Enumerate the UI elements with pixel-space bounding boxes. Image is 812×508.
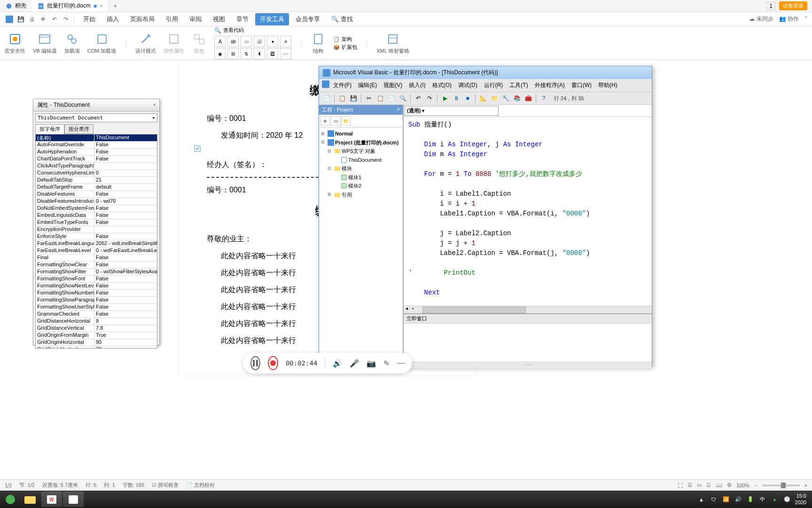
tool-expansion[interactable]: 扩展包 (342, 44, 357, 51)
tray-volume-icon[interactable]: 🔊 (734, 495, 742, 504)
control-image[interactable]: 🖼 (267, 48, 278, 59)
menu-developer[interactable]: 开发工具 (255, 13, 289, 25)
control-more[interactable]: ⋯ (280, 48, 291, 59)
vbe-hscrollbar[interactable]: ◄ ▪ (404, 306, 652, 313)
menu-insert[interactable]: 插入 (102, 13, 124, 25)
tool-design-mode[interactable]: 设计模式 (135, 32, 156, 55)
property-row[interactable]: FarEastLineBreakLanguage2052 - wdLineBre… (36, 240, 157, 247)
tray-wechat-icon[interactable]: ● (771, 495, 779, 504)
vbe-view-code-icon[interactable]: ≡ (320, 116, 330, 126)
property-row[interactable]: EmbedTrueTypeFontsFalse (36, 219, 157, 226)
vbe-menu-file[interactable]: 文件(F) (330, 80, 354, 90)
view-outline-icon[interactable]: ☰ (687, 482, 692, 488)
property-row[interactable]: FormattingShowNumberingFalse (36, 290, 157, 297)
property-row[interactable]: AutoFormatOverrideFalse (36, 142, 157, 149)
vbe-code-editor[interactable]: Sub 指量打() Dim i As Integer, j As Integer… (404, 117, 652, 306)
vbe-menu-edit[interactable]: 编辑(E) (355, 80, 380, 90)
save-icon[interactable]: 💾 (16, 15, 25, 24)
view-fullscreen-icon[interactable]: ⛶ (678, 483, 683, 488)
vbe-copy-icon[interactable]: 📋 (375, 94, 385, 103)
vbe-view-word-icon[interactable]: 📄 (322, 94, 331, 103)
volume-icon[interactable]: 🔊 (333, 359, 342, 368)
property-row[interactable]: FormattingShowFilter0 - wdShowFilterStyl… (36, 269, 157, 276)
tray-ime-icon[interactable]: 中 (758, 495, 767, 504)
vbe-menu-addins[interactable]: 外接程序(A) (532, 80, 568, 90)
camera-icon[interactable]: 📷 (367, 359, 376, 368)
vbe-menu-insert[interactable]: 插入(I) (406, 80, 428, 90)
properties-object-combo[interactable]: ThisDocument Document ▾ (35, 113, 157, 122)
undo-icon[interactable]: ↶ (50, 15, 59, 24)
redo-icon[interactable]: ↷ (61, 15, 70, 24)
property-row[interactable]: GridOriginFromMarginTrue (36, 332, 157, 339)
property-row[interactable]: AutoHyphenationFalse (36, 149, 157, 156)
property-row[interactable]: FormattingShowParagraphFalse (36, 297, 157, 304)
sync-status[interactable]: ☁ 未同步 (749, 15, 773, 23)
vbe-menu-window[interactable]: 窗口(W) (569, 80, 594, 90)
control-text[interactable]: A (214, 36, 226, 47)
zoom-thumb[interactable] (781, 483, 786, 488)
vbe-undo-icon[interactable]: ↶ (414, 94, 423, 103)
tool-schema[interactable]: 架构 (342, 36, 352, 43)
vbe-cut-icon[interactable]: ✂ (364, 94, 374, 103)
vbe-immediate-body[interactable] (404, 324, 652, 361)
control-button[interactable]: ▭ (241, 36, 252, 47)
menu-review[interactable]: 审阅 (185, 13, 206, 25)
view-settings-icon[interactable]: ⚙ (727, 482, 732, 488)
vbe-menu-format[interactable]: 格式(O) (429, 80, 454, 90)
property-row[interactable]: EnforceStyleFalse (36, 233, 157, 240)
property-row[interactable]: FormattingShowUserStyleNamFalse (36, 304, 157, 311)
zoom-in-icon[interactable]: + (804, 483, 807, 488)
vbe-menu-view[interactable]: 视图(V) (381, 80, 405, 90)
minimize-icon[interactable]: — (397, 359, 405, 367)
vbe-project-icon[interactable]: 📁 (490, 94, 499, 103)
props-tab-category[interactable]: 按分类序 (64, 124, 94, 134)
property-row[interactable]: (名称)ThisDocument (36, 135, 157, 142)
control-checkbox[interactable]: ☑ (254, 36, 265, 47)
panel-close-icon[interactable]: ▫ (154, 101, 156, 109)
tree-collapse-icon[interactable]: ⊟ (328, 148, 333, 155)
control-option[interactable]: ◉ (214, 48, 226, 59)
screen-recorder-bar[interactable]: 00:02:44 🔊 🎤 📷 ✎ — (243, 353, 412, 373)
vbe-stop-icon[interactable]: ■ (463, 94, 472, 103)
control-combo[interactable]: ▾ (267, 36, 278, 47)
vbe-menu-tools[interactable]: 工具(T) (507, 80, 531, 90)
property-row[interactable]: EmbedLinguisticDataFalse (36, 212, 157, 219)
vbe-props-icon[interactable]: 🔧 (501, 94, 510, 103)
print-icon[interactable]: 🖨 (27, 15, 37, 24)
status-page[interactable]: 1/2 (5, 483, 12, 488)
zoom-out-icon[interactable]: − (754, 483, 757, 488)
vbe-save-icon[interactable]: 💾 (349, 94, 358, 103)
property-row[interactable]: GridDistanceHorizontal9 (36, 318, 157, 325)
vbe-folder-icon[interactable]: 📁 (341, 116, 351, 126)
tray-battery-icon[interactable]: 🔋 (746, 495, 755, 504)
scrollbar-thumb[interactable] (422, 307, 526, 313)
property-row[interactable]: GridOriginHorizontal90 (36, 339, 157, 346)
tool-addins[interactable]: 加载项 (64, 32, 80, 55)
control-list[interactable]: ≡ (280, 36, 291, 47)
record-button[interactable] (268, 356, 278, 370)
tool-com-addins[interactable]: COM 加载项 (87, 32, 117, 55)
tool-control-props[interactable]: 控件属性 (164, 32, 184, 55)
taskbar-app[interactable] (63, 492, 84, 507)
zoom-value[interactable]: 100% (736, 483, 750, 488)
search-button[interactable]: 🔍查找 (327, 13, 358, 25)
tab-document[interactable]: W 批量打印的.docm ■ × (32, 0, 109, 12)
property-row[interactable]: FormattingShowNextLevelFalse (36, 283, 157, 290)
vbe-help-icon[interactable]: ? (539, 94, 548, 103)
vbe-toolbox-icon[interactable]: 🧰 (523, 94, 533, 103)
tree-collapse-icon[interactable]: ⊟ (321, 139, 327, 146)
login-button[interactable]: 访客登录 (779, 1, 807, 10)
vbe-design-icon[interactable]: 📐 (478, 94, 488, 103)
control-toggle[interactable]: ⊞ (227, 48, 239, 59)
tray-network-icon[interactable]: 📶 (722, 495, 730, 504)
menu-references[interactable]: 引用 (161, 13, 183, 25)
add-tab-button[interactable]: + (109, 1, 122, 11)
tree-collapse-icon[interactable]: ⊟ (328, 166, 333, 172)
control-spinner[interactable]: ⇅ (241, 48, 252, 59)
close-icon[interactable]: × (100, 3, 103, 9)
start-button[interactable] (2, 492, 19, 507)
property-row[interactable]: ChartDataPointTrackFalse (36, 156, 157, 163)
vbe-titlebar[interactable]: Microsoft Visual Basic - 批量打印的.docm - [T… (319, 66, 652, 79)
collab-button[interactable]: 👥 协作 (779, 15, 799, 23)
tray-clock-icon[interactable]: 🕐 (783, 495, 791, 504)
